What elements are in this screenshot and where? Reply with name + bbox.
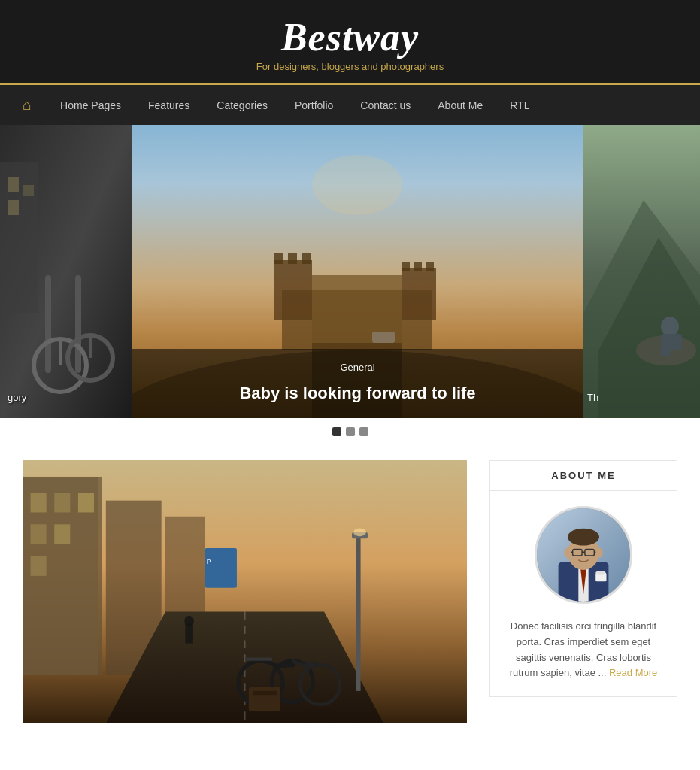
nav-link-categories[interactable]: Categories bbox=[203, 86, 281, 125]
nav-link-portfolio[interactable]: Portfolio bbox=[281, 86, 347, 125]
svg-rect-13 bbox=[274, 260, 312, 320]
street-photo: P bbox=[23, 460, 467, 723]
svg-rect-16 bbox=[274, 253, 283, 264]
slide-title: Baby is looking forward to life bbox=[147, 383, 568, 403]
nav-item-categories[interactable]: Categories bbox=[203, 86, 281, 125]
slide-left-inner: gory bbox=[0, 125, 132, 418]
slide-right[interactable]: Th bbox=[583, 125, 700, 418]
svg-point-76 bbox=[564, 547, 571, 557]
svg-point-63 bbox=[184, 616, 194, 627]
svg-rect-14 bbox=[402, 268, 436, 320]
about-me-text: Donec facilisis orci fringilla blandit p… bbox=[490, 615, 677, 685]
site-tagline: For designers, bloggers and photographer… bbox=[0, 61, 700, 72]
nav-link-home-pages[interactable]: Home Pages bbox=[47, 86, 135, 125]
about-me-widget: ABOUT ME bbox=[489, 460, 677, 697]
right-slide-label: Th bbox=[587, 392, 598, 403]
svg-rect-19 bbox=[402, 262, 410, 271]
home-icon[interactable]: ⌂ bbox=[23, 85, 47, 125]
avatar-circle[interactable] bbox=[535, 506, 632, 604]
widget-title: ABOUT ME bbox=[490, 461, 677, 491]
slider-track: gory bbox=[0, 125, 700, 418]
svg-rect-31 bbox=[661, 348, 670, 356]
svg-rect-8 bbox=[8, 177, 19, 192]
blog-main: P bbox=[23, 460, 467, 723]
slider-dot-3[interactable] bbox=[359, 427, 368, 436]
slider-dot-2[interactable] bbox=[346, 427, 355, 436]
site-title: Bestway bbox=[0, 15, 700, 59]
svg-point-75 bbox=[568, 529, 599, 546]
svg-rect-57 bbox=[356, 532, 360, 691]
svg-rect-1 bbox=[45, 275, 51, 373]
nav-link-rtl[interactable]: RTL bbox=[496, 86, 543, 125]
slide-center-overlay: General Baby is looking forward to life bbox=[132, 349, 583, 418]
svg-rect-21 bbox=[426, 262, 434, 271]
left-slide-graphic bbox=[0, 125, 132, 418]
svg-rect-10 bbox=[23, 185, 34, 196]
svg-rect-55 bbox=[249, 687, 280, 711]
svg-point-29 bbox=[661, 317, 679, 336]
nav-items: Home Pages Features Categories Portfolio… bbox=[47, 86, 543, 125]
nav-link-contact[interactable]: Contact us bbox=[347, 86, 424, 125]
svg-rect-35 bbox=[31, 493, 47, 512]
about-me-avatar-container bbox=[490, 491, 677, 615]
svg-point-59 bbox=[353, 529, 366, 537]
slider-dots bbox=[0, 418, 700, 445]
slide-category: General bbox=[340, 362, 374, 377]
left-slide-label: gory bbox=[8, 392, 26, 403]
svg-rect-30 bbox=[661, 334, 682, 350]
svg-rect-53 bbox=[305, 662, 317, 665]
svg-rect-36 bbox=[54, 493, 70, 512]
svg-rect-17 bbox=[288, 253, 297, 264]
svg-rect-9 bbox=[8, 200, 19, 215]
nav-item-home-pages[interactable]: Home Pages bbox=[47, 86, 135, 125]
svg-text:P: P bbox=[207, 558, 211, 565]
svg-rect-60 bbox=[205, 548, 237, 588]
slider-section: gory bbox=[0, 125, 700, 418]
svg-point-79 bbox=[595, 571, 605, 575]
svg-rect-24 bbox=[372, 332, 395, 343]
svg-point-22 bbox=[312, 155, 402, 215]
svg-rect-37 bbox=[78, 493, 94, 512]
read-more-link[interactable]: Read More bbox=[609, 667, 657, 678]
svg-rect-2 bbox=[75, 275, 81, 373]
nav-link-about-me[interactable]: About Me bbox=[424, 86, 496, 125]
svg-rect-40 bbox=[31, 556, 47, 576]
sidebar: ABOUT ME bbox=[489, 460, 677, 723]
avatar-graphic bbox=[537, 506, 630, 604]
nav-item-features[interactable]: Features bbox=[135, 86, 203, 125]
nav-item-rtl[interactable]: RTL bbox=[496, 86, 543, 125]
slider-dot-1[interactable] bbox=[332, 427, 341, 436]
slide-left[interactable]: gory bbox=[0, 125, 132, 418]
svg-rect-18 bbox=[302, 253, 311, 264]
post-image-container[interactable]: P bbox=[23, 460, 467, 723]
nav-item-contact[interactable]: Contact us bbox=[347, 86, 424, 125]
site-header: Bestway For designers, bloggers and phot… bbox=[0, 0, 700, 83]
nav-item-portfolio[interactable]: Portfolio bbox=[281, 86, 347, 125]
nav-link-features[interactable]: Features bbox=[135, 86, 203, 125]
main-content: P ABOUT ME bbox=[0, 445, 700, 746]
svg-rect-39 bbox=[54, 524, 70, 544]
svg-rect-52 bbox=[280, 663, 295, 667]
nav-item-about-me[interactable]: About Me bbox=[424, 86, 496, 125]
svg-point-77 bbox=[595, 547, 603, 557]
svg-rect-38 bbox=[31, 524, 47, 544]
svg-rect-54 bbox=[245, 658, 273, 661]
svg-rect-56 bbox=[253, 691, 277, 695]
slide-right-inner: Th bbox=[583, 125, 700, 418]
svg-rect-20 bbox=[414, 262, 422, 271]
slide-center[interactable]: General Baby is looking forward to life bbox=[132, 125, 583, 418]
right-slide-graphic bbox=[583, 125, 700, 418]
main-nav: ⌂ Home Pages Features Categories Portfol… bbox=[0, 83, 700, 125]
